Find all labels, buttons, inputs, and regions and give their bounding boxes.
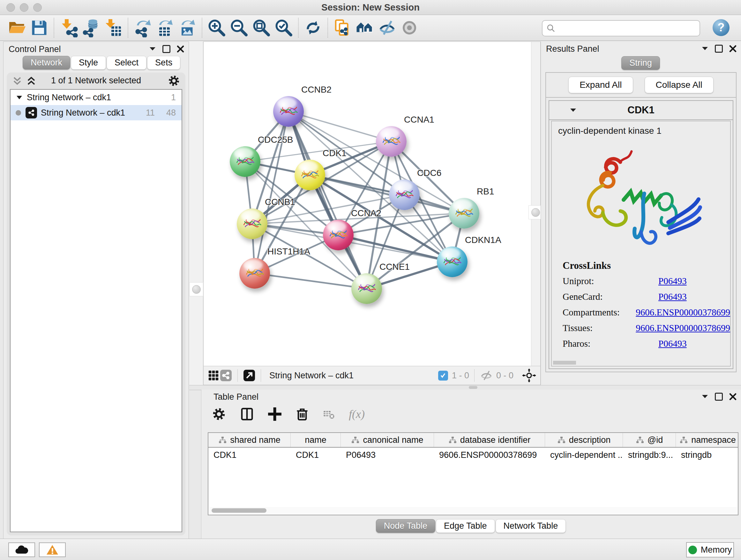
export-table-icon[interactable] bbox=[155, 18, 175, 37]
refresh-icon[interactable] bbox=[304, 18, 323, 37]
memory-button[interactable]: Memory bbox=[686, 542, 734, 557]
network-node-CDKN1A[interactable] bbox=[437, 246, 468, 277]
network-node-HIST1H1A[interactable] bbox=[239, 258, 270, 289]
scrollbar-thumb[interactable] bbox=[212, 508, 266, 513]
panel-float-icon[interactable] bbox=[162, 45, 171, 53]
panel-close-icon[interactable] bbox=[177, 45, 184, 53]
hide-unhide-icon[interactable] bbox=[378, 18, 397, 37]
tab-sets[interactable]: Sets bbox=[147, 56, 180, 70]
column-header-namespace[interactable]: namespace bbox=[676, 433, 738, 447]
zoom-fit-icon[interactable] bbox=[252, 18, 271, 37]
cloud-button[interactable] bbox=[8, 543, 35, 557]
table-tabs: Node TableEdge TableNetwork Table bbox=[201, 519, 741, 533]
splitter-handle[interactable] bbox=[189, 282, 203, 296]
home-neighbors-icon[interactable] bbox=[355, 18, 374, 37]
copy-network-document-icon[interactable] bbox=[333, 18, 352, 37]
splitter-handle[interactable] bbox=[469, 386, 477, 389]
window-title: Session: New Session bbox=[0, 0, 741, 15]
network-node-RB1[interactable] bbox=[449, 198, 479, 229]
results-horizontal-scrollbar[interactable] bbox=[553, 361, 576, 365]
table-cell[interactable]: 9606.ENSP00000378699 bbox=[434, 448, 545, 462]
table-options-gear-icon[interactable] bbox=[212, 407, 226, 422]
crosslink-link[interactable]: 9606.ENSP00000378699 bbox=[636, 307, 730, 318]
table-cell[interactable]: stringdb:9... bbox=[623, 448, 676, 462]
network-node-CCNA1[interactable] bbox=[376, 126, 407, 157]
column-header-database-identifier[interactable]: database identifier bbox=[434, 433, 545, 447]
save-session-icon[interactable] bbox=[30, 18, 49, 37]
tab-network-table[interactable]: Network Table bbox=[495, 519, 566, 533]
table-cell[interactable]: P06493 bbox=[341, 448, 434, 462]
table-row[interactable]: CDK1CDK1P064939606.ENSP00000378699cyclin… bbox=[208, 448, 738, 462]
import-table-icon[interactable] bbox=[104, 18, 123, 37]
import-network-from-database-icon[interactable] bbox=[81, 18, 100, 37]
expand-all-button[interactable]: Expand All bbox=[568, 77, 633, 93]
help-icon[interactable]: ? bbox=[713, 19, 730, 36]
network-row-selected[interactable]: String Network – cdk1 11 48 bbox=[10, 105, 182, 120]
export-image-icon[interactable] bbox=[178, 18, 197, 37]
birds-eye-navigator-icon[interactable] bbox=[522, 368, 536, 383]
panel-close-icon[interactable] bbox=[729, 45, 737, 52]
network-node-CDK1[interactable] bbox=[294, 160, 325, 190]
network-node-CDC6[interactable] bbox=[389, 179, 420, 210]
grid-view-icon[interactable] bbox=[207, 369, 219, 381]
panel-float-icon[interactable] bbox=[715, 393, 723, 401]
add-column-icon[interactable] bbox=[268, 407, 282, 421]
tree-expand-icon[interactable] bbox=[16, 96, 22, 100]
control-panel-splitter[interactable] bbox=[189, 42, 203, 385]
tab-node-table[interactable]: Node Table bbox=[376, 519, 435, 533]
panel-close-icon[interactable] bbox=[729, 393, 737, 400]
table-cell[interactable]: cyclin-dependent ... bbox=[545, 448, 623, 462]
delete-column-icon[interactable] bbox=[295, 407, 309, 421]
zoom-out-icon[interactable] bbox=[229, 18, 249, 37]
node-entry-header[interactable]: CDK1 bbox=[549, 101, 733, 120]
zoom-in-icon[interactable] bbox=[207, 18, 226, 37]
import-network-icon[interactable] bbox=[59, 18, 78, 37]
warnings-button[interactable] bbox=[39, 543, 66, 557]
panel-float-icon[interactable] bbox=[715, 45, 723, 53]
collapse-all-button[interactable]: Collapse All bbox=[645, 77, 714, 93]
selected-checkbox-icon[interactable] bbox=[438, 371, 448, 381]
column-header-canonical-name[interactable]: canonical name bbox=[341, 433, 434, 447]
network-edge-CCNB2-CCNE1[interactable] bbox=[288, 111, 367, 289]
column-header-description[interactable]: description bbox=[545, 433, 623, 447]
crosslink-link[interactable]: 9606.ENSP00000378699 bbox=[636, 323, 730, 333]
network-edge-HIST1H1A-CCNE1[interactable] bbox=[255, 273, 367, 289]
table-cell[interactable]: CDK1 bbox=[291, 448, 341, 462]
network-node-CCNA2[interactable] bbox=[323, 220, 354, 250]
crosslink-link[interactable]: P06493 bbox=[658, 292, 687, 302]
show-columns-icon[interactable] bbox=[240, 407, 254, 422]
tab-style[interactable]: Style bbox=[71, 56, 106, 70]
table-horizontal-scrollbar[interactable] bbox=[209, 507, 737, 514]
column-header-name[interactable]: name bbox=[291, 433, 341, 447]
tab-edge-table[interactable]: Edge Table bbox=[436, 519, 495, 533]
network-node-CCNE1[interactable] bbox=[351, 273, 382, 304]
table-cell[interactable]: stringdb bbox=[676, 448, 738, 462]
zoom-selected-icon[interactable] bbox=[274, 18, 293, 37]
network-canvas[interactable]: CCNB2CCNA1CDC25BCDK1CDC6RB1CCNB1CCNA2CDK… bbox=[204, 42, 531, 366]
network-options-gear-icon[interactable] bbox=[167, 74, 180, 87]
network-node-CCNB2[interactable] bbox=[273, 96, 304, 127]
network-manager: 1 of 1 Network selected String Network –… bbox=[7, 72, 185, 536]
panel-collapse-icon[interactable] bbox=[149, 47, 156, 51]
panel-collapse-icon[interactable] bbox=[701, 46, 709, 51]
table-cell[interactable]: CDK1 bbox=[208, 448, 291, 462]
entry-node-name: CDK1 bbox=[627, 105, 654, 116]
tab-network[interactable]: Network bbox=[23, 56, 70, 70]
network-edge-CDK1-RB1[interactable] bbox=[310, 175, 464, 213]
open-session-icon[interactable] bbox=[7, 18, 26, 37]
panel-collapse-icon[interactable] bbox=[701, 394, 709, 399]
export-network-icon[interactable] bbox=[133, 18, 152, 37]
tab-string[interactable]: String bbox=[621, 56, 660, 70]
tab-select[interactable]: Select bbox=[107, 56, 146, 70]
detach-view-icon[interactable] bbox=[243, 369, 256, 382]
entry-collapse-icon[interactable] bbox=[569, 108, 577, 113]
results-panel-splitter[interactable] bbox=[531, 42, 540, 366]
search-input[interactable] bbox=[560, 21, 697, 35]
column-header-shared-name[interactable]: shared name bbox=[208, 433, 291, 447]
crosslink-link[interactable]: P06493 bbox=[658, 276, 687, 287]
network-collection-row[interactable]: String Network – cdk1 1 bbox=[10, 90, 182, 105]
network-node-CDC25B[interactable] bbox=[230, 146, 260, 177]
network-node-CCNB1[interactable] bbox=[237, 208, 267, 239]
crosslink-link[interactable]: P06493 bbox=[658, 338, 687, 349]
column-header-@id[interactable]: @id bbox=[623, 433, 676, 447]
